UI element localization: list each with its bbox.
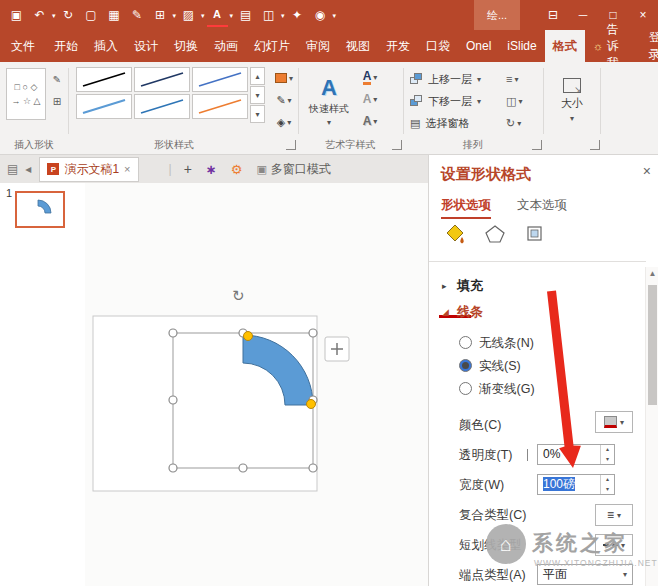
tab-slideshow[interactable]: 幻灯片: [246, 30, 298, 62]
sign-in-button[interactable]: 登录: [637, 30, 658, 62]
chevron-expanded-icon[interactable]: ◢: [442, 307, 449, 317]
document-tab[interactable]: P 演示文稿1 ×: [39, 157, 138, 182]
tab-review[interactable]: 审阅: [298, 30, 338, 62]
tab-developer[interactable]: 开发: [378, 30, 418, 62]
line-style-sample[interactable]: [134, 67, 190, 92]
transparency-stepper[interactable]: ▴▾: [600, 445, 614, 464]
text-effects-button[interactable]: A: [356, 111, 384, 131]
tab-islide[interactable]: iSlide: [499, 30, 544, 62]
text-box-icon[interactable]: ⊞: [48, 92, 66, 110]
tab-format[interactable]: 格式: [545, 30, 585, 62]
tools-icon[interactable]: ✦: [287, 4, 308, 26]
line-color-button[interactable]: [595, 411, 633, 433]
tab-shape-options[interactable]: 形状选项: [441, 197, 491, 219]
radio-solid-line[interactable]: [459, 359, 472, 372]
rotate-button[interactable]: ↻: [506, 113, 521, 133]
fill-line-category-icon[interactable]: [443, 221, 467, 247]
size-properties-category-icon[interactable]: [525, 224, 545, 244]
undo-icon[interactable]: ↶: [29, 4, 50, 26]
line-style-sample[interactable]: [192, 67, 248, 92]
shape-styles-gallery[interactable]: [76, 67, 248, 119]
adjust-handle[interactable]: [244, 332, 253, 341]
send-backward-button[interactable]: 下移一层: [410, 91, 481, 111]
close-button[interactable]: ×: [628, 0, 658, 30]
table-icon[interactable]: ⊞: [150, 4, 171, 26]
align-button[interactable]: ≡: [506, 69, 518, 89]
fill-color-icon[interactable]: ▨: [178, 4, 199, 26]
dialog-launcher-icon[interactable]: [590, 140, 600, 150]
line-style-sample[interactable]: [134, 94, 190, 119]
back-arrow-icon[interactable]: ◂: [25, 162, 31, 176]
adjust-handle[interactable]: [307, 400, 316, 409]
tab-view[interactable]: 视图: [338, 30, 378, 62]
pane-close-icon[interactable]: ×: [643, 163, 651, 179]
line-style-sample[interactable]: [76, 67, 132, 92]
contextual-tab-header[interactable]: 绘...: [474, 0, 520, 30]
print-preview-icon[interactable]: ▦: [104, 4, 125, 26]
chevron-right-icon[interactable]: ▸: [442, 281, 447, 291]
tab-onekey[interactable]: Onel: [458, 30, 499, 62]
slide-thumbnail[interactable]: [15, 191, 65, 228]
tab-koudai[interactable]: 口袋: [418, 30, 458, 62]
gear-icon[interactable]: ⚙: [231, 162, 243, 177]
tab-animations[interactable]: 动画: [206, 30, 246, 62]
rotate-handle-icon[interactable]: ↻: [232, 287, 245, 305]
tab-home[interactable]: 开始: [46, 30, 86, 62]
font-color-icon[interactable]: A: [207, 3, 228, 27]
size-button[interactable]: 大小: [550, 68, 594, 132]
record-dropdown-icon[interactable]: [333, 12, 337, 19]
tab-design[interactable]: 设计: [126, 30, 166, 62]
minimize-button[interactable]: ─: [568, 0, 598, 30]
tab-transitions[interactable]: 切换: [166, 30, 206, 62]
selection-pane-button[interactable]: ▤ 选择窗格: [410, 113, 469, 133]
shape-effects-button[interactable]: ◈: [270, 112, 298, 132]
tab-text-options[interactable]: 文本选项: [517, 197, 567, 217]
line-style-sample[interactable]: [76, 94, 132, 119]
addin-star-icon[interactable]: ∗: [206, 162, 217, 177]
fill-color-dropdown-icon[interactable]: [201, 12, 205, 19]
fill-section-header[interactable]: 填充: [457, 277, 483, 295]
effects-category-icon[interactable]: [485, 224, 505, 244]
multi-window-mode-button[interactable]: ▣ 多窗口模式: [256, 161, 330, 178]
tab-file[interactable]: 文件: [0, 30, 46, 62]
tab-insert[interactable]: 插入: [86, 30, 126, 62]
line-style-sample[interactable]: [192, 94, 248, 119]
bring-forward-button[interactable]: 上移一层: [410, 69, 481, 89]
shape-fill-button[interactable]: [270, 68, 298, 88]
undo-dropdown-icon[interactable]: [52, 12, 56, 19]
slide-canvas[interactable]: ↻: [85, 183, 428, 586]
insert-placeholder-button[interactable]: [325, 337, 349, 361]
font-color-dropdown-icon[interactable]: [230, 12, 234, 19]
gallery-up-icon[interactable]: ▴: [250, 67, 265, 85]
tab-close-icon[interactable]: ×: [124, 163, 130, 175]
clipboard-icon[interactable]: ◫: [258, 4, 279, 26]
transparency-slider[interactable]: [527, 449, 528, 461]
gallery-down-icon[interactable]: ▾: [250, 86, 265, 104]
chart-icon[interactable]: ▤: [235, 4, 256, 26]
quick-styles-button[interactable]: A 快速样式: [306, 66, 352, 136]
new-tab-icon[interactable]: +: [184, 161, 192, 177]
text-outline-button[interactable]: A: [356, 89, 384, 109]
line-section-header[interactable]: 线条: [457, 303, 483, 321]
record-icon[interactable]: ◉: [310, 4, 331, 26]
table-dropdown-icon[interactable]: [173, 12, 177, 19]
save-icon[interactable]: ▣: [6, 4, 27, 26]
text-fill-button[interactable]: A: [356, 67, 384, 87]
width-input[interactable]: 100磅 ▴▾: [537, 474, 615, 495]
radio-no-line[interactable]: [459, 336, 472, 349]
scrollbar-thumb[interactable]: [648, 285, 657, 405]
gallery-more-icon[interactable]: ▾: [250, 105, 265, 123]
radio-gradient-line[interactable]: [459, 382, 472, 395]
transparency-input[interactable]: 0% ▴▾: [537, 444, 615, 465]
clipboard-dropdown-icon[interactable]: [281, 12, 285, 19]
ribbon-display-options-icon[interactable]: ⊟: [538, 0, 568, 30]
dialog-launcher-icon[interactable]: [532, 140, 542, 150]
shapes-gallery[interactable]: □ ○ ◇ → ☆ △: [6, 68, 46, 120]
shape-outline-button[interactable]: ✎: [270, 90, 298, 110]
edit-shape-icon[interactable]: ✎: [48, 70, 66, 88]
dialog-launcher-icon[interactable]: [392, 140, 402, 150]
new-document-icon[interactable]: ▢: [81, 4, 102, 26]
redo-icon[interactable]: ↻: [58, 4, 79, 26]
tell-me-box[interactable]: ☼ 告诉我...: [585, 30, 637, 62]
dialog-launcher-icon[interactable]: [286, 140, 296, 150]
